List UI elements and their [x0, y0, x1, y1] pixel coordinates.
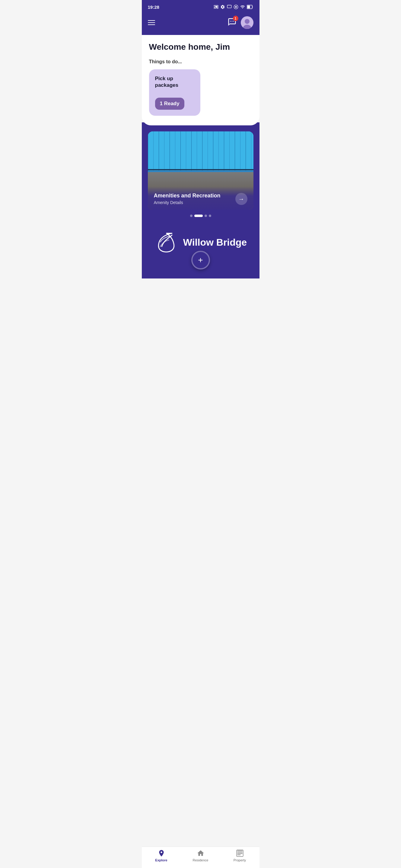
dot-4[interactable] [209, 215, 211, 217]
header-actions: 1 [228, 16, 254, 29]
svg-point-2 [235, 6, 236, 7]
task-card[interactable]: Pick up packages 1 Ready [149, 69, 200, 116]
svg-point-6 [231, 21, 232, 22]
dot-1[interactable] [190, 215, 193, 217]
cast-icon [213, 4, 219, 9]
battery-icon [247, 5, 254, 9]
svg-rect-4 [247, 6, 250, 8]
chat-badge: 1 [233, 16, 238, 21]
promo-overlay: Amenities and Recreation Amenity Details… [148, 187, 254, 210]
svg-point-7 [233, 21, 234, 22]
promo-text: Amenities and Recreation Amenity Details [154, 193, 235, 205]
status-time: 19:28 [148, 4, 159, 10]
promo-title: Amenities and Recreation [154, 193, 235, 199]
screen-record-icon [227, 4, 232, 9]
app-icon [233, 4, 238, 9]
task-card-title: Pick up packages [155, 75, 194, 89]
avatar-image [241, 16, 254, 29]
header: 1 [142, 13, 259, 35]
wifi-icon [240, 4, 245, 9]
task-card-badge: 1 Ready [155, 98, 184, 110]
logo-icon [154, 230, 178, 254]
status-icons [213, 4, 254, 9]
welcome-title: Welcome home, Jim [149, 42, 252, 52]
status-bar: 19:28 [142, 0, 259, 13]
svg-point-5 [230, 21, 231, 22]
things-label: Things to do... [149, 59, 252, 64]
carousel-dots [142, 215, 259, 217]
promo-section: Amenities and Recreation Amenity Details… [142, 122, 259, 223]
welcome-section: Welcome home, Jim Things to do... Pick u… [142, 35, 259, 125]
svg-rect-0 [227, 5, 231, 8]
fab-button[interactable]: + [191, 251, 210, 270]
svg-point-9 [245, 19, 250, 24]
promo-subtitle: Amenity Details [154, 200, 235, 205]
promo-card[interactable]: Amenities and Recreation Amenity Details… [148, 131, 254, 210]
chat-button[interactable]: 1 [228, 18, 236, 28]
promo-arrow-button[interactable]: → [235, 193, 248, 205]
task-card-badge-text: 1 Ready [160, 101, 179, 106]
logo-section: Willow Bridge + [142, 223, 259, 278]
fab-icon: + [198, 256, 203, 264]
dot-3[interactable] [205, 215, 207, 217]
logo-text: Willow Bridge [183, 237, 247, 248]
avatar[interactable] [241, 16, 254, 29]
settings-icon [220, 4, 225, 9]
menu-button[interactable] [148, 20, 155, 25]
dot-2[interactable] [194, 215, 203, 217]
